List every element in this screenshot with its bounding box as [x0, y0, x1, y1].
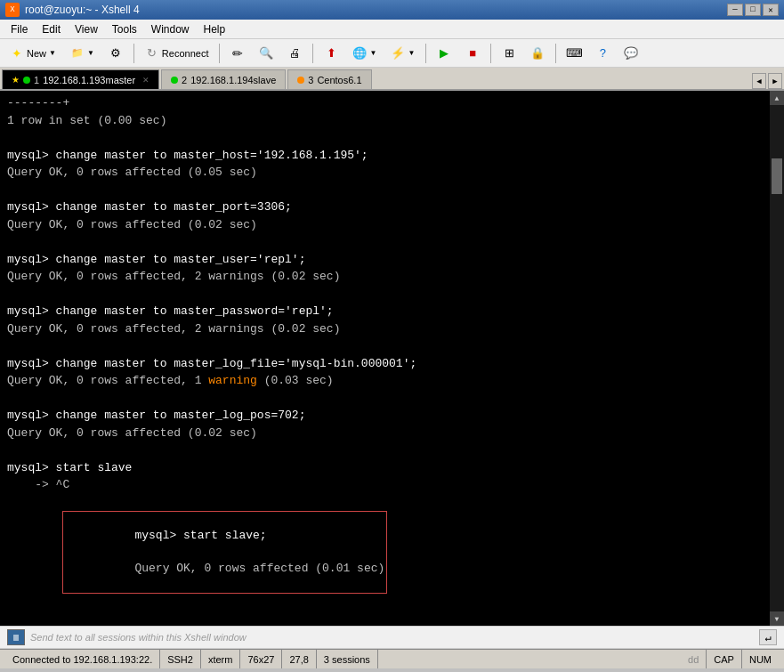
line-14: Query OK, 0 rows affected, 2 warnings (0…	[7, 320, 766, 338]
menu-bar: File Edit View Tools Window Help	[0, 20, 784, 39]
pos-text: 27,8	[289, 654, 308, 665]
menu-help[interactable]: Help	[197, 20, 233, 38]
status-dd: dd	[681, 650, 707, 668]
reconnect-button[interactable]: ↻ Reconnect	[139, 42, 215, 65]
minimize-button[interactable]: ─	[727, 4, 743, 16]
line-9	[7, 233, 766, 251]
terminal-output[interactable]: --------+ 1 row in set (0.00 sec) mysql>…	[0, 91, 784, 626]
status-sessions: 3 sessions	[317, 650, 378, 668]
line-21	[7, 441, 766, 459]
lock-icon: 🔒	[530, 46, 545, 61]
open-dropdown-arrow-icon: ▼	[87, 49, 94, 57]
toolbar-separator-4	[425, 44, 426, 63]
dropdown-arrow-icon: ▼	[49, 49, 56, 57]
properties-button[interactable]: ⚙	[102, 42, 129, 65]
menu-edit[interactable]: Edit	[35, 20, 68, 38]
line-13: mysql> change master to master_password=…	[7, 303, 766, 320]
tab-next-button[interactable]: ▶	[768, 73, 782, 89]
tab-nav-controls: ◀ ▶	[752, 73, 782, 89]
stop-button[interactable]: ■	[459, 42, 486, 65]
line-7: mysql> change master to master_port=3306…	[7, 198, 766, 216]
menu-window[interactable]: Window	[144, 20, 197, 38]
open-button[interactable]: 📁 ▼	[64, 42, 101, 65]
dd-icon: dd	[688, 654, 699, 665]
ssh-text: SSH2	[167, 654, 193, 665]
sessions-text: 3 sessions	[324, 654, 370, 665]
line-11: Query OK, 0 rows affected, 2 warnings (0…	[7, 268, 766, 286]
toolbar-separator-3	[312, 44, 313, 63]
toolbar-separator-1	[133, 44, 134, 63]
line-3	[7, 129, 766, 147]
transfer-icon: ⬆	[324, 46, 338, 61]
globe-icon: 🌐	[352, 46, 367, 61]
line-12	[7, 286, 766, 304]
start-button[interactable]: ▶	[431, 42, 457, 65]
chat-button[interactable]: 💬	[618, 42, 644, 65]
tab-1-close-icon[interactable]: ✕	[142, 76, 150, 85]
line-20: Query OK, 0 rows affected (0.02 sec)	[7, 425, 766, 442]
print-icon: 🖨	[287, 46, 302, 61]
menu-tools[interactable]: Tools	[105, 20, 144, 38]
new-label: New	[27, 48, 46, 59]
highlighted-command-box: mysql> start slave; Query OK, 0 rows aff…	[62, 511, 387, 594]
tab-status-dot-3	[297, 77, 304, 84]
help-button[interactable]: ?	[589, 42, 616, 65]
print-button[interactable]: 🖨	[281, 42, 308, 65]
session-send-button[interactable]: ↵	[759, 629, 777, 645]
compose-icon: ✏	[230, 46, 245, 61]
scroll-thumb[interactable]	[772, 158, 782, 194]
close-button[interactable]: ✕	[763, 4, 779, 16]
line-24: mysql> start slave; Query OK, 0 rows aff…	[7, 494, 766, 611]
compose-button[interactable]: ✏	[224, 42, 251, 65]
transfer-button[interactable]: ⬆	[318, 42, 344, 65]
line-6	[7, 182, 766, 199]
status-ssh: SSH2	[160, 650, 201, 668]
toolbar-separator-5	[490, 44, 491, 63]
line-15	[7, 337, 766, 355]
toolbar: ✦ New ▼ 📁 ▼ ⚙ ↻ Reconnect ✏ 🔍 🖨 ⬆ 🌐 ▼ ⚡ …	[0, 39, 784, 68]
lock-button[interactable]: 🔒	[524, 42, 551, 65]
status-caps: CAP	[707, 650, 742, 668]
layout-button[interactable]: ⊞	[496, 42, 522, 65]
tab-2-label: 192.168.1.194slave	[190, 75, 276, 85]
caps-text: CAP	[714, 654, 734, 665]
session-bar: ▥ Send text to all sessions within this …	[0, 626, 784, 649]
size-text: 76x27	[247, 654, 274, 665]
session-input-placeholder[interactable]: Send text to all sessions within this Xs…	[30, 632, 754, 643]
status-size: 76x27	[240, 650, 282, 668]
status-pos: 27,8	[282, 650, 316, 668]
script-icon: ⚡	[391, 46, 405, 61]
line-19: mysql> change master to master_log_pos=7…	[7, 407, 766, 425]
tab-centos[interactable]: 3 Centos6.1	[287, 69, 371, 89]
scroll-down-button[interactable]: ▼	[770, 611, 784, 626]
find-button[interactable]: 🔍	[253, 42, 279, 65]
line-5: Query OK, 0 rows affected (0.05 sec)	[7, 164, 766, 182]
properties-icon: ⚙	[109, 46, 123, 61]
stop-icon: ■	[465, 46, 480, 61]
terminal-region: --------+ 1 row in set (0.00 sec) mysql>…	[0, 91, 784, 626]
script-button[interactable]: ⚡ ▼	[384, 42, 421, 65]
terminal-scrollbar[interactable]: ▲ ▼	[770, 91, 784, 626]
toolbar-separator-2	[219, 44, 220, 63]
tab-master[interactable]: ★ 1 192.168.1.193master ✕	[2, 69, 159, 89]
globe-button[interactable]: 🌐 ▼	[346, 42, 383, 65]
scroll-up-button[interactable]: ▲	[770, 91, 784, 105]
app-icon: X	[5, 3, 20, 17]
tab-status-dot-2	[171, 77, 178, 84]
new-icon: ✦	[10, 46, 24, 61]
scroll-track[interactable]	[770, 105, 784, 611]
maximize-button[interactable]: □	[745, 4, 761, 16]
menu-file[interactable]: File	[4, 20, 35, 38]
toolbar-separator-6	[555, 44, 556, 63]
keyboard-icon: ⌨	[567, 46, 581, 61]
tab-prev-button[interactable]: ◀	[752, 73, 766, 89]
keyboard-button[interactable]: ⌨	[561, 42, 587, 65]
new-button[interactable]: ✦ New ▼	[4, 42, 62, 65]
globe-dropdown-icon: ▼	[369, 49, 376, 57]
term-text: xterm	[208, 654, 233, 665]
layout-icon: ⊞	[502, 46, 516, 61]
menu-view[interactable]: View	[68, 20, 105, 38]
tab-slave[interactable]: 2 192.168.1.194slave	[161, 69, 286, 89]
status-term: xterm	[201, 650, 241, 668]
find-icon: 🔍	[259, 46, 273, 61]
